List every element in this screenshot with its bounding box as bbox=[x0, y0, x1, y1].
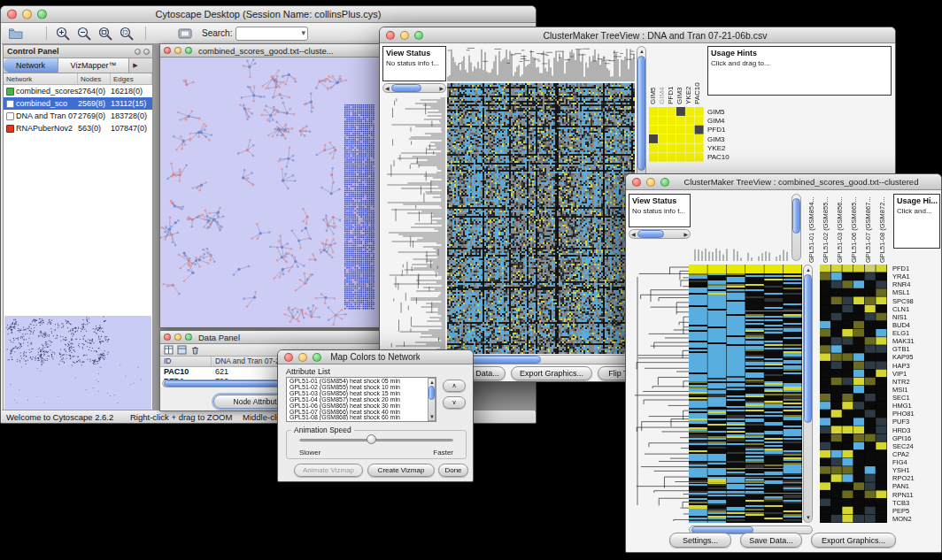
scroll-thumb[interactable] bbox=[637, 230, 664, 238]
gene-label[interactable]: MSI1 bbox=[890, 386, 940, 394]
gene-label[interactable]: NIS1 bbox=[890, 313, 940, 321]
zoom-out-icon[interactable] bbox=[76, 26, 92, 42]
gene-label[interactable]: SEC24 bbox=[890, 442, 940, 450]
select-attributes-icon[interactable] bbox=[177, 345, 187, 355]
minimize-icon[interactable] bbox=[174, 334, 181, 341]
network-overview-thumbnail[interactable] bbox=[4, 316, 151, 410]
close-icon[interactable] bbox=[632, 178, 641, 187]
scroll-thumb[interactable] bbox=[637, 56, 645, 171]
network-list-row[interactable]: RNAPuberNov2563(0)107847(0) bbox=[4, 122, 152, 134]
gene-label[interactable]: YRA1 bbox=[890, 272, 940, 280]
correlation-matrix-canvas[interactable] bbox=[649, 107, 704, 162]
gene-label[interactable]: RPO21 bbox=[890, 474, 940, 482]
minimize-icon[interactable] bbox=[298, 353, 307, 362]
gene-label[interactable]: PHO81 bbox=[890, 410, 940, 418]
scroll-thumb[interactable] bbox=[804, 274, 812, 423]
gene-label[interactable]: CPA2 bbox=[890, 450, 940, 458]
tab-overflow-button[interactable]: ▶ bbox=[129, 58, 142, 73]
header-nodes[interactable]: Nodes bbox=[78, 73, 111, 84]
scroll-thumb[interactable] bbox=[792, 198, 800, 234]
animate-vizmap-button[interactable]: Animate Vizmap bbox=[294, 464, 363, 477]
open-folder-icon[interactable] bbox=[8, 26, 24, 42]
scroll-up-icon[interactable]: ▲ bbox=[639, 49, 645, 54]
column-dendrogram-canvas[interactable] bbox=[447, 46, 635, 81]
minimize-icon[interactable] bbox=[646, 178, 655, 187]
close-icon[interactable] bbox=[164, 334, 171, 341]
cytoscape-titlebar[interactable]: Cytoscape Desktop (Session Name: collins… bbox=[1, 6, 536, 23]
gene-label[interactable]: KAP95 bbox=[890, 353, 940, 361]
heatmap-canvas[interactable] bbox=[689, 265, 802, 523]
scroll-left-icon[interactable]: ◀ bbox=[631, 232, 636, 237]
network-list-row[interactable]: combined_scores2764(0)16218(0) bbox=[4, 85, 152, 97]
zoom-icon[interactable] bbox=[185, 334, 192, 341]
header-edges[interactable]: Edges bbox=[111, 73, 152, 84]
gene-label[interactable]: MAK31 bbox=[890, 337, 940, 345]
gene-label[interactable]: RNR4 bbox=[890, 280, 940, 288]
table-icon[interactable] bbox=[164, 345, 174, 355]
gene-label[interactable]: HRD3 bbox=[890, 426, 940, 434]
scroll-down-icon[interactable]: ▼ bbox=[429, 414, 435, 419]
float-panel-icon[interactable] bbox=[135, 49, 141, 55]
gene-label[interactable]: PFD1 bbox=[890, 265, 940, 272]
heatmap-horizontal-scrollbar[interactable]: ◀ ▶ bbox=[447, 355, 635, 364]
done-button[interactable]: Done bbox=[438, 464, 468, 477]
scroll-up-icon[interactable]: ▲ bbox=[806, 267, 811, 272]
close-icon[interactable] bbox=[164, 47, 171, 54]
gene-label[interactable]: VIP1 bbox=[890, 370, 940, 378]
save-data-button[interactable]: Save Data... bbox=[740, 533, 802, 548]
create-vizmap-button[interactable]: Create Vizmap bbox=[367, 464, 435, 477]
treeview-combined-titlebar[interactable]: ClusterMaker TreeView : combined_scores_… bbox=[626, 174, 941, 190]
view-status-scrollbar[interactable]: ◀ ▶ bbox=[629, 229, 691, 239]
close-icon[interactable] bbox=[284, 353, 293, 362]
row-dendrogram-canvas[interactable] bbox=[382, 97, 445, 354]
attribute-list-item[interactable]: GPL51-08 (GSM868) heat shock 60 min bbox=[288, 415, 427, 420]
scroll-up-icon[interactable]: ▲ bbox=[429, 380, 435, 385]
gene-label[interactable]: GTB1 bbox=[890, 345, 940, 353]
gene-label[interactable]: YSH1 bbox=[890, 466, 940, 474]
zoom-icon[interactable] bbox=[313, 353, 321, 362]
gene-label[interactable]: MON2 bbox=[890, 515, 940, 523]
move-up-button[interactable]: ∧ bbox=[443, 380, 466, 392]
header-network[interactable]: Network bbox=[4, 73, 78, 84]
scroll-right-icon[interactable]: ▶ bbox=[439, 86, 444, 91]
gene-label[interactable]: HMG1 bbox=[890, 402, 940, 410]
minimize-icon[interactable] bbox=[22, 10, 32, 19]
gene-label[interactable]: RPN11 bbox=[890, 491, 940, 499]
data-panel-titlebar[interactable]: Data Panel bbox=[160, 331, 383, 344]
heatmap-vertical-scrollbar[interactable]: ▲ ▼ bbox=[803, 265, 813, 523]
scroll-left-icon[interactable]: ◀ bbox=[385, 86, 390, 91]
close-icon[interactable] bbox=[386, 31, 395, 40]
gene-label[interactable]: PAN1 bbox=[890, 482, 940, 490]
minimize-icon[interactable] bbox=[174, 47, 181, 54]
network-view-titlebar[interactable]: combined_scores_good.txt--cluste... bbox=[160, 44, 380, 58]
tab-network[interactable]: Network bbox=[4, 58, 58, 73]
attribute-listbox[interactable]: GPL51-01 (GSM854) heat shock 05 minGPL51… bbox=[286, 377, 436, 422]
gene-label[interactable]: GPI16 bbox=[890, 434, 940, 442]
gene-label[interactable]: NTR2 bbox=[890, 378, 940, 386]
move-down-button[interactable]: ∨ bbox=[443, 396, 466, 409]
settings-button[interactable]: Settings... bbox=[669, 533, 731, 548]
top-vertical-scrollbar[interactable] bbox=[791, 194, 801, 261]
gene-label[interactable]: FIG4 bbox=[890, 458, 940, 466]
zoom-selected-icon[interactable] bbox=[119, 26, 135, 42]
scroll-thumb[interactable] bbox=[429, 386, 435, 400]
gene-label[interactable]: TCB3 bbox=[890, 499, 940, 507]
zoom-icon[interactable] bbox=[37, 10, 47, 19]
network-list-row[interactable]: DNA and Tran 072769(0)183728(0) bbox=[4, 110, 152, 122]
row-dendrogram-canvas[interactable] bbox=[629, 265, 689, 523]
trash-icon[interactable] bbox=[190, 345, 200, 355]
export-graphics-button[interactable]: Export Graphics... bbox=[811, 533, 896, 548]
network-canvas[interactable] bbox=[160, 58, 380, 327]
map-colors-titlebar[interactable]: Map Colors to Network bbox=[278, 350, 473, 364]
column-dendrogram-canvas[interactable] bbox=[692, 194, 790, 261]
animation-speed-slider[interactable] bbox=[299, 439, 453, 441]
gene-label[interactable]: MSL1 bbox=[890, 288, 940, 296]
zoom-in-icon[interactable] bbox=[55, 26, 71, 42]
header-id[interactable]: ID bbox=[160, 357, 212, 366]
gene-label[interactable]: PUF3 bbox=[890, 418, 940, 426]
minimize-icon[interactable] bbox=[400, 31, 409, 40]
scroll-down-icon[interactable]: ▼ bbox=[806, 515, 811, 520]
gene-label[interactable]: PEP5 bbox=[890, 507, 940, 515]
view-status-scrollbar[interactable]: ◀ ▶ bbox=[382, 83, 446, 93]
slider-thumb[interactable] bbox=[367, 434, 376, 444]
